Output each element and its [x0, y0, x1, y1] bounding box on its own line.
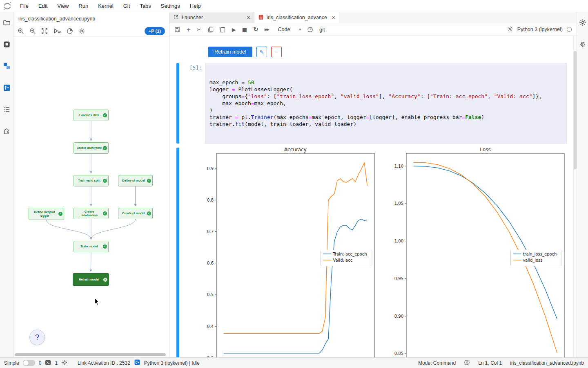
running-sessions-icon[interactable]: [2, 40, 11, 49]
svg-text:0.5: 0.5: [207, 292, 214, 297]
copy-cell-button[interactable]: [207, 27, 214, 33]
tab-notebook[interactable]: iris_classification_advance ×: [254, 12, 339, 23]
paste-cell-button[interactable]: [220, 27, 226, 33]
widget-output: Retrain model ✎ −: [208, 47, 567, 57]
edit-pipeline-button[interactable]: ✎: [256, 47, 267, 57]
kernel-sessions-icon[interactable]: [61, 359, 67, 367]
dag-node-train-model[interactable]: Train model✓: [74, 241, 109, 252]
svg-text:0.4: 0.4: [207, 324, 214, 329]
terminals-count[interactable]: 0: [39, 360, 42, 366]
check-icon: ✓: [103, 113, 107, 117]
horizontal-scrollbar[interactable]: [15, 353, 166, 356]
dag-node-label: Load iris data: [79, 113, 99, 117]
restart-run-all-button[interactable]: ▶▶: [265, 28, 269, 31]
code-editor[interactable]: max_epoch = 50logger = PlotLossesLogger(…: [205, 63, 567, 144]
tab-launcher[interactable]: Launcher ×: [169, 12, 254, 23]
svg-text:0.85: 0.85: [394, 351, 403, 356]
mode-indicator[interactable]: Mode: Command: [418, 360, 456, 366]
menu-edit[interactable]: Edit: [34, 1, 52, 11]
dag-node-create-dataframe[interactable]: Create dataframe✓: [74, 142, 109, 154]
remove-button[interactable]: −: [271, 47, 282, 57]
code-cell[interactable]: [5]: max_epoch = 50logger = PlotLossesLo…: [176, 63, 567, 144]
toc-icon[interactable]: [2, 105, 11, 114]
cell-outputs: 010203040500.30.40.50.60.70.80.9Accuracy…: [179, 148, 568, 357]
retrain-model-button[interactable]: Retrain model: [208, 47, 252, 57]
menu-help[interactable]: Help: [185, 1, 205, 11]
git-status-icon[interactable]: [134, 359, 140, 367]
dag-node-create-pl-model[interactable]: Create pl model✓: [118, 208, 153, 219]
dag-node-define-pl-model[interactable]: Define pl model✓: [118, 175, 153, 186]
debugger-icon[interactable]: [578, 39, 587, 48]
kernel-settings-icon[interactable]: [507, 26, 513, 33]
restart-kernel-button[interactable]: ↻: [253, 27, 258, 33]
right-activity-bar: [577, 12, 588, 357]
dag-node-train-valid-split[interactable]: Train valid split✓: [74, 175, 109, 186]
scrollbar-thumb[interactable]: [574, 51, 577, 169]
menu-bar: File Edit View Run Kernel Git Tabs Setti…: [0, 0, 588, 12]
run-all-icon[interactable]: All: [53, 28, 61, 34]
dag-node-label: Create dataloaders: [76, 210, 103, 218]
git-toolbar-menu[interactable]: git: [319, 27, 325, 32]
pipeline-settings-icon[interactable]: [78, 28, 85, 34]
menu-run[interactable]: Run: [74, 1, 93, 11]
run-cell-button[interactable]: ▶: [232, 27, 236, 32]
link-activation-id[interactable]: Link Activation ID : 2532: [78, 360, 130, 366]
chart-title: Accuracy: [284, 148, 307, 153]
cell-type-value: Code: [278, 27, 290, 32]
cell-type-dropdown[interactable]: Code ▾: [278, 27, 301, 32]
simple-mode-toggle[interactable]: [23, 360, 35, 366]
cut-cell-button[interactable]: ✂: [197, 27, 201, 32]
menu-file[interactable]: File: [16, 1, 33, 11]
toggle-knob: [23, 360, 29, 366]
kernels-count[interactable]: 1: [55, 360, 58, 366]
legend-label: Valid: acc: [333, 258, 352, 263]
file-browser-icon[interactable]: [2, 18, 11, 27]
extension-manager-icon[interactable]: [2, 126, 11, 135]
fit-view-icon[interactable]: [41, 28, 48, 34]
pipeline-toolbar: All +P (1): [13, 25, 169, 37]
history-icon[interactable]: [307, 27, 313, 33]
menu-kernel[interactable]: Kernel: [94, 1, 118, 11]
zoom-out-icon[interactable]: [29, 28, 36, 34]
accuracy-chart: 010203040500.30.40.50.60.70.80.9Accuracy…: [189, 148, 379, 357]
check-icon: ✓: [103, 278, 107, 282]
menu-view[interactable]: View: [53, 1, 73, 11]
output-collapser[interactable]: [176, 148, 179, 357]
kernel-status-icon[interactable]: [567, 27, 572, 32]
kernel-name[interactable]: Python 3 (ipykernel): [517, 27, 563, 32]
pipeline-badge[interactable]: +P (1): [145, 27, 165, 35]
layout-icon[interactable]: [67, 28, 73, 34]
menu-tabs[interactable]: Tabs: [135, 1, 155, 11]
zoom-in-icon[interactable]: [18, 28, 24, 34]
menu-settings[interactable]: Settings: [156, 1, 185, 11]
dag-node-load-iris-data[interactable]: Load iris data✓: [74, 110, 109, 121]
cursor-position[interactable]: Ln 1, Col 1: [478, 360, 502, 366]
vertical-scrollbar[interactable]: [573, 36, 577, 357]
document-area: Launcher × iris_classification_advance ×…: [169, 12, 577, 357]
code-lines: max_epoch = 50logger = PlotLossesLogger(…: [209, 79, 565, 128]
save-button[interactable]: [174, 27, 180, 33]
add-cell-button[interactable]: +: [187, 26, 191, 33]
pipeline-graph[interactable]: Load iris data✓Create dataframe✓Train va…: [13, 37, 169, 357]
close-icon[interactable]: ×: [247, 15, 250, 20]
dag-node-define-liveplot-logger[interactable]: Define liveplot logger✓: [29, 208, 64, 220]
git-panel-icon[interactable]: [2, 83, 11, 92]
kernel-status[interactable]: Python 3 (ipykernel) | Idle: [144, 360, 200, 366]
menu-git[interactable]: Git: [119, 1, 135, 11]
input-collapser[interactable]: [176, 63, 179, 144]
dag-node-retrain-model[interactable]: Retrain model✓: [73, 273, 109, 286]
help-button[interactable]: ?: [29, 330, 45, 345]
terminal-icon[interactable]: [45, 359, 51, 367]
check-icon: ✓: [103, 211, 107, 215]
svg-text:1.05: 1.05: [394, 201, 403, 206]
check-icon: ✓: [103, 146, 107, 150]
property-inspector-icon[interactable]: [578, 18, 587, 27]
notifications-icon[interactable]: [464, 359, 470, 367]
dag-node-create-dataloaders[interactable]: Create dataloaders✓: [74, 208, 109, 219]
dock-tab-bar: Launcher × iris_classification_advance ×: [169, 12, 577, 23]
stop-kernel-button[interactable]: ■: [242, 27, 247, 32]
legend-label: Train: acc_epoch: [332, 252, 367, 257]
pipeline-panel-icon[interactable]: [2, 61, 11, 70]
loss-chart: 010203040500.850.900.951.001.051.10Losse…: [379, 148, 568, 357]
close-icon[interactable]: ×: [332, 15, 335, 20]
